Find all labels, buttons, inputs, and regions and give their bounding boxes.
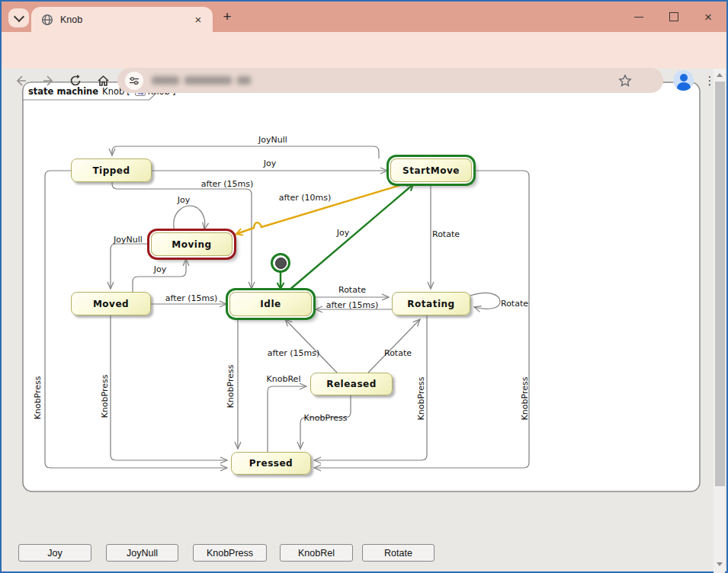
- label-knobpress-rotating: KnobPress: [416, 377, 426, 421]
- label-rotate-idle: Rotate: [338, 285, 366, 295]
- window-close-button[interactable]: ×: [695, 2, 721, 32]
- label-joynull-moving: JoyNull: [114, 235, 143, 245]
- initial-pseudostate: [271, 253, 290, 273]
- label-after15-moved: after (15ms): [165, 293, 218, 303]
- home-icon: [96, 74, 111, 88]
- label-knobrel: KnobRel: [267, 374, 301, 384]
- event-button-joynull[interactable]: JoyNull: [106, 544, 178, 562]
- event-button-joy[interactable]: Joy: [18, 544, 91, 562]
- label-joy-top: Joy: [264, 158, 276, 168]
- url-redacted-blur: [152, 76, 251, 85]
- state-rotating: Rotating: [392, 292, 470, 315]
- label-after15-rotating: after (15ms): [326, 300, 379, 310]
- window-maximize-button[interactable]: [661, 2, 687, 32]
- label-joy-green: Joy: [337, 228, 349, 238]
- label-rotate-selfloop: Rotate: [501, 299, 528, 309]
- maximize-icon: [669, 12, 678, 21]
- state-moving: Moving: [151, 232, 233, 256]
- url-blur-segment: [152, 76, 179, 85]
- scroll-down-icon: [717, 562, 723, 566]
- state-idle-label: Idle: [260, 299, 281, 309]
- tab-title: Knob: [60, 14, 82, 25]
- globe-favicon: [41, 14, 53, 26]
- label-knobpress-tipped: KnobPress: [33, 376, 43, 420]
- tab-close-button[interactable]: ×: [191, 12, 205, 26]
- state-pressed-label: Pressed: [249, 458, 293, 469]
- state-tipped-label: Tipped: [92, 165, 130, 176]
- label-rotate-released: Rotate: [384, 348, 412, 358]
- minimize-icon: [634, 17, 643, 18]
- event-button-rotate[interactable]: Rotate: [362, 544, 435, 562]
- url-blur-segment: [184, 76, 232, 85]
- vertical-scrollbar-thumb[interactable]: [715, 82, 725, 486]
- label-joynull-top: JoyNull: [258, 135, 287, 145]
- state-tipped: Tipped: [71, 158, 152, 182]
- bookmark-star-button[interactable]: [615, 71, 635, 91]
- label-after15-released: after (15ms): [268, 348, 320, 358]
- event-button-knobrel[interactable]: KnobRel: [280, 544, 353, 562]
- state-released-label: Released: [326, 379, 377, 389]
- new-tab-button[interactable]: +: [218, 8, 236, 26]
- state-rotating-label: Rotating: [407, 299, 454, 309]
- reload-icon: [69, 74, 82, 88]
- label-after10-orange: after (10ms): [279, 193, 332, 203]
- state-startmove-label: StartMove: [402, 165, 460, 176]
- label-rotate-startmove: Rotate: [432, 229, 460, 239]
- label-joy-moved: Joy: [154, 264, 166, 274]
- label-after15-tipped: after (15ms): [201, 179, 254, 189]
- tab-search-button[interactable]: [8, 8, 29, 27]
- back-arrow-icon: [14, 74, 27, 88]
- forward-button[interactable]: [38, 70, 59, 91]
- state-released: Released: [310, 373, 393, 395]
- avatar-head: [680, 74, 688, 82]
- state-pressed: Pressed: [231, 452, 311, 475]
- home-button[interactable]: [92, 70, 114, 91]
- scrollbar-down-button[interactable]: [714, 558, 725, 570]
- url-blur-segment: [237, 76, 251, 85]
- close-icon: ×: [704, 11, 712, 24]
- forward-arrow-icon: [42, 74, 56, 88]
- chevron-down-icon: [13, 11, 24, 21]
- state-startmove: StartMove: [390, 158, 472, 182]
- tab-knob[interactable]: Knob ×: [31, 7, 213, 32]
- avatar-body: [677, 82, 691, 91]
- browser-window: state machine Knob [ Knob ] Tipped Start…: [0, 0, 728, 573]
- tab-strip: Knob × + ×: [2, 2, 726, 32]
- state-idle: Idle: [229, 292, 312, 316]
- label-knobpress-idle: KnobPress: [226, 365, 236, 408]
- browser-menu-button[interactable]: ⋮: [702, 71, 717, 91]
- window-minimize-button[interactable]: [626, 2, 652, 32]
- tune-icon: [129, 75, 140, 86]
- reload-button[interactable]: [65, 70, 86, 91]
- label-knobpress-released: KnobPress: [304, 413, 348, 423]
- browser-toolbar: ⋮: [2, 32, 726, 69]
- label-joy-moving-loop: Joy: [178, 195, 190, 205]
- event-button-knobpress[interactable]: KnobPress: [193, 544, 267, 562]
- label-knobpress-startmove: KnobPress: [520, 377, 530, 421]
- state-moving-label: Moving: [172, 239, 211, 250]
- star-icon: [618, 74, 632, 88]
- initial-dot: [275, 258, 287, 269]
- state-moved-label: Moved: [93, 299, 129, 309]
- profile-avatar[interactable]: [673, 70, 694, 91]
- back-button[interactable]: [10, 70, 31, 91]
- label-knobpress-moved: KnobPress: [100, 375, 110, 418]
- address-bar[interactable]: [117, 68, 663, 93]
- state-moved: Moved: [71, 292, 151, 315]
- site-settings-button[interactable]: [125, 72, 143, 90]
